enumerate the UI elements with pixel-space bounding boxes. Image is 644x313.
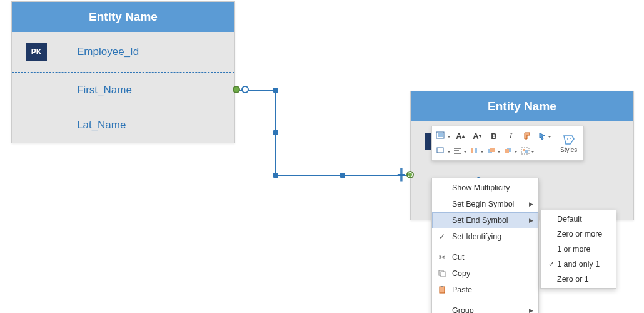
check-icon: ✓ [546,260,557,269]
menu-set-begin-symbol[interactable]: Set Begin Symbol ▶ [432,196,538,212]
bring-front-button[interactable] [486,144,501,158]
context-menu: Show Multiplicity Set Begin Symbol ▶ Set… [431,178,539,313]
styles-icon [562,134,576,145]
svg-rect-18 [441,272,445,277]
svg-rect-19 [440,287,445,293]
menu-label: Cut [448,253,533,262]
connector-midpoint[interactable] [273,173,278,178]
format-painter-button[interactable] [520,129,535,143]
attr-name: Employee_Id [77,46,139,58]
svg-rect-13 [523,149,525,151]
copy-icon [436,269,448,279]
svg-point-15 [567,138,568,140]
pointer-button[interactable] [537,129,552,143]
svg-rect-4 [454,150,459,151]
attr-name: First_Name [77,84,132,96]
submenu-arrow-icon: ▶ [529,307,533,313]
entity-left[interactable]: Entity Name PK Employee_Id First_Name La… [11,1,235,143]
menu-label: Group [448,306,524,313]
menu-label: Set Identifying [448,232,533,241]
connector-midpoint[interactable] [273,88,278,93]
connector-midpoint[interactable] [273,130,278,135]
submenu-label: 1 and only 1 [557,260,611,269]
entity-left-title: Entity Name [12,2,234,32]
submenu-1-and-only-1[interactable]: ✓ 1 and only 1 [541,257,616,272]
menu-label: Set Begin Symbol [448,200,524,208]
fill-color-button[interactable] [436,129,451,143]
check-icon: ✓ [436,232,448,242]
menu-paste[interactable]: Paste [432,282,538,298]
pk-badge: PK [26,43,47,61]
connector-midpoint[interactable] [340,173,345,178]
submenu-zero-or-more[interactable]: Zero or more [541,227,616,242]
send-back-button[interactable] [503,144,518,158]
svg-point-16 [570,138,571,139]
submenu-zero-or-1[interactable]: Zero or 1 [541,272,616,287]
svg-rect-1 [438,133,443,137]
submenu-label: Zero or more [557,230,611,239]
group-button[interactable] [520,144,535,158]
menu-icon-blank [436,183,448,193]
menu-icon-blank [436,215,448,225]
svg-rect-6 [471,148,473,153]
endpoint-handle[interactable] [241,86,249,93]
svg-rect-11 [505,149,509,153]
submenu-label: Zero or 1 [557,275,611,284]
svg-rect-9 [490,148,495,152]
font-size-decrease-button[interactable]: A▾ [470,129,485,143]
entity-left-row-1[interactable]: First_Name [12,73,234,108]
svg-rect-5 [454,153,461,154]
svg-rect-14 [525,150,528,153]
italic-button[interactable]: I [503,129,518,143]
entity-left-row-0[interactable]: PK Employee_Id [12,32,234,72]
attr-name: Lat_Name [77,119,126,131]
menu-label: Copy [448,269,533,278]
menu-label: Show Multiplicity [448,183,533,192]
menu-icon-blank [436,305,448,313]
endpoint-begin[interactable] [233,86,240,93]
submenu-default[interactable]: Default [541,212,616,227]
menu-label: Paste [448,285,533,294]
toolbar-separator [555,131,555,156]
svg-rect-3 [454,148,461,149]
svg-rect-20 [441,286,443,287]
crowsfoot-symbol: ╫ [398,168,403,181]
menu-separator [433,247,537,247]
styles-button[interactable]: Styles [558,133,580,155]
svg-rect-2 [437,148,443,153]
menu-label: Set End Symbol [448,216,524,225]
mini-toolbar: A▴ A▾ B I Styles [431,126,584,161]
submenu-label: Default [557,215,611,223]
svg-rect-7 [475,148,477,153]
cut-icon: ✂ [436,252,448,262]
submenu-arrow-icon: ▶ [529,201,533,207]
menu-icon-blank [436,199,448,209]
menu-separator [433,300,537,300]
menu-group[interactable]: Group ▶ [432,302,538,313]
entity-right-title: Entity Name [411,91,633,121]
menu-cut[interactable]: ✂ Cut [432,249,538,265]
menu-copy[interactable]: Copy [432,265,538,282]
line-color-button[interactable] [436,144,451,158]
entity-left-row-2[interactable]: Lat_Name [12,108,234,143]
submenu-arrow-icon: ▶ [529,217,533,223]
align-button[interactable] [453,144,468,158]
menu-set-identifying[interactable]: ✓ Set Identifying [432,228,538,245]
font-size-increase-button[interactable]: A▴ [453,129,468,143]
endpoint-end[interactable] [406,171,414,178]
submenu-1-or-more[interactable]: 1 or more [541,242,616,257]
align2-button[interactable] [470,144,485,158]
submenu-end-symbol: Default Zero or more 1 or more ✓ 1 and o… [540,210,616,289]
menu-show-multiplicity[interactable]: Show Multiplicity [432,180,538,196]
menu-set-end-symbol[interactable]: Set End Symbol ▶ [432,212,538,228]
styles-label: Styles [560,146,577,153]
submenu-label: 1 or more [557,245,611,254]
paste-icon [436,285,448,295]
bold-button[interactable]: B [486,129,501,143]
